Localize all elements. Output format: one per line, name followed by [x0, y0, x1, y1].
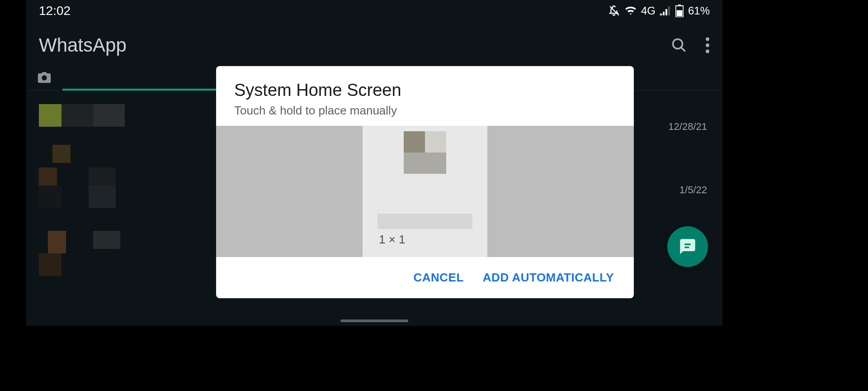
modal-overlay: System Home Screen Touch & hold to place… — [0, 0, 868, 391]
widget-preview-area[interactable]: 1 × 1 — [216, 126, 634, 257]
widget-dialog: System Home Screen Touch & hold to place… — [216, 66, 634, 298]
widget-thumbnail[interactable] — [404, 131, 446, 174]
widget-label-placeholder — [377, 214, 472, 229]
dialog-subtitle: Touch & hold to place manually — [234, 104, 616, 118]
cancel-button[interactable]: CANCEL — [413, 271, 463, 285]
widget-size: 1 × 1 — [363, 233, 406, 247]
add-automatically-button[interactable]: ADD AUTOMATICALLY — [483, 271, 614, 285]
dialog-title: System Home Screen — [234, 81, 616, 100]
